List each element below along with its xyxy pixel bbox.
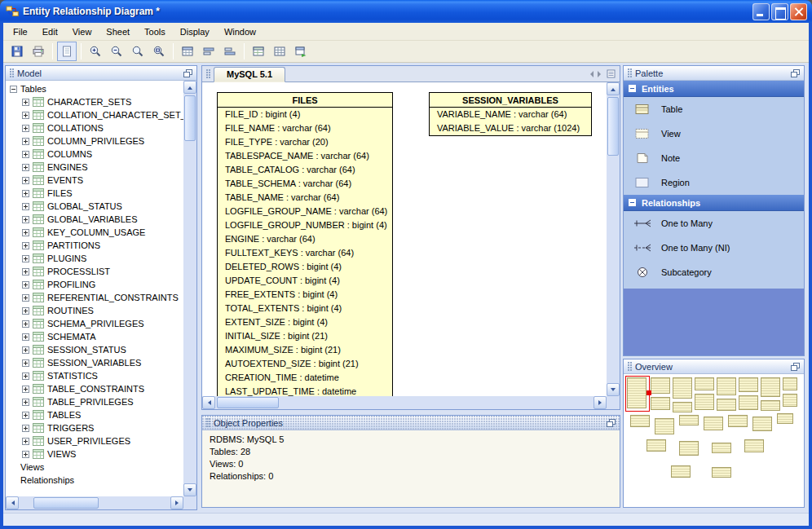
palette-section-relationships[interactable]: Relationships bbox=[624, 195, 804, 211]
overview-minimap[interactable] bbox=[624, 374, 804, 507]
tab-mysql-51[interactable]: MySQL 5.1 bbox=[214, 67, 285, 82]
menu-item[interactable]: File bbox=[6, 24, 35, 39]
tabstrip-grip[interactable] bbox=[206, 69, 210, 79]
entity-attribute[interactable]: ENGINE : varchar (64) bbox=[218, 232, 392, 246]
entity-attribute[interactable]: CREATION_TIME : datetime bbox=[218, 371, 392, 385]
palette-item-view[interactable]: View bbox=[624, 121, 804, 146]
palette-item-note[interactable]: Note bbox=[624, 146, 804, 170]
expand-icon[interactable] bbox=[22, 307, 29, 315]
tree-item-root[interactable]: Relationships bbox=[6, 474, 183, 487]
scroll-thumb[interactable] bbox=[217, 397, 279, 408]
palette-item-one-to-many-ni[interactable]: One to Many (NI) bbox=[624, 236, 804, 260]
entity-attribute[interactable]: MAXIMUM_SIZE : bigint (21) bbox=[218, 343, 392, 357]
palette-item-one-to-many[interactable]: One to Many bbox=[624, 211, 804, 236]
expand-icon[interactable] bbox=[22, 346, 29, 354]
diagram-canvas[interactable]: FILES FILE_ID : bigint (4)FILE_NAME : va… bbox=[202, 82, 607, 396]
tree-item-table[interactable]: SCHEMA_PRIVILEGES bbox=[6, 317, 183, 330]
zoom-fit-button[interactable] bbox=[149, 42, 169, 61]
entity-attribute[interactable]: AUTOEXTEND_SIZE : bigint (21) bbox=[218, 357, 392, 371]
entity-attribute[interactable]: DELETED_ROWS : bigint (4) bbox=[218, 260, 392, 274]
expand-icon[interactable] bbox=[22, 451, 29, 458]
detach-icon[interactable] bbox=[183, 68, 193, 77]
expand-icon[interactable] bbox=[22, 242, 29, 249]
scroll-track[interactable] bbox=[183, 94, 196, 483]
entity-attribute[interactable]: FREE_EXTENTS : bigint (4) bbox=[218, 288, 392, 302]
tree-item-table[interactable]: USER_PRIVILEGES bbox=[6, 434, 183, 447]
tree-item-table[interactable]: COLUMN_PRIVILEGES bbox=[6, 134, 183, 148]
model-horizontal-scrollbar[interactable] bbox=[6, 496, 183, 509]
next-diagram-icon[interactable] bbox=[598, 71, 604, 77]
palette-item-table[interactable]: Table bbox=[624, 97, 804, 121]
scroll-up-button[interactable] bbox=[607, 82, 620, 95]
entity-attribute[interactable]: FILE_ID : bigint (4) bbox=[218, 108, 392, 121]
zoom-actual-button[interactable] bbox=[128, 42, 148, 61]
tree-item-table[interactable]: COLUMNS bbox=[6, 148, 183, 161]
menu-item[interactable]: Window bbox=[217, 24, 263, 39]
entity-attribute[interactable]: VARIABLE_NAME : varchar (64) bbox=[430, 108, 591, 121]
expand-icon[interactable] bbox=[22, 190, 29, 197]
detach-icon[interactable] bbox=[790, 68, 801, 77]
detach-icon[interactable] bbox=[606, 418, 616, 427]
expand-icon[interactable] bbox=[22, 268, 29, 276]
align-vertical-button[interactable] bbox=[220, 42, 240, 61]
align-horizontal-button[interactable] bbox=[199, 42, 218, 61]
tree-item-table[interactable]: STATISTICS bbox=[6, 369, 183, 382]
tree-item-table[interactable]: ENGINES bbox=[6, 161, 183, 174]
expand-icon[interactable] bbox=[22, 151, 29, 158]
entity-attribute[interactable]: FILE_TYPE : varchar (20) bbox=[218, 135, 392, 149]
new-page-button[interactable] bbox=[57, 42, 77, 61]
scroll-thumb[interactable] bbox=[607, 97, 619, 156]
panel-grip[interactable] bbox=[628, 68, 632, 78]
entity-attribute[interactable]: TABLE_SCHEMA : varchar (64) bbox=[218, 177, 392, 191]
expand-icon[interactable] bbox=[22, 229, 29, 236]
tree-item-table[interactable]: TABLES bbox=[6, 408, 183, 421]
new-table-button[interactable] bbox=[178, 42, 197, 61]
menu-item[interactable]: Tools bbox=[137, 24, 173, 39]
entity-attribute[interactable]: LAST_UPDATE_TIME : datetime bbox=[218, 385, 392, 396]
tree-item-table[interactable]: SCHEMATA bbox=[6, 330, 183, 343]
expand-icon[interactable] bbox=[22, 359, 29, 367]
tree-item-table[interactable]: CHARACTER_SETS bbox=[6, 95, 183, 108]
canvas-horizontal-scrollbar[interactable] bbox=[202, 396, 607, 409]
tree-item-table[interactable]: PARTITIONS bbox=[6, 239, 183, 252]
expand-icon[interactable] bbox=[22, 138, 29, 145]
entity-files[interactable]: FILES FILE_ID : bigint (4)FILE_NAME : va… bbox=[217, 92, 393, 396]
tree-item-table[interactable]: SESSION_STATUS bbox=[6, 343, 183, 356]
entity-attribute[interactable]: LOGFILE_GROUP_NAME : varchar (64) bbox=[218, 205, 392, 218]
expand-icon[interactable] bbox=[22, 438, 29, 445]
scroll-track[interactable] bbox=[19, 496, 170, 509]
expand-icon[interactable] bbox=[22, 320, 29, 328]
menu-item[interactable]: Edit bbox=[35, 24, 65, 39]
scroll-track[interactable] bbox=[215, 396, 594, 409]
collapse-section-icon[interactable] bbox=[629, 85, 636, 92]
entity-attribute[interactable]: FULLTEXT_KEYS : varchar (64) bbox=[218, 246, 392, 260]
entity-attribute[interactable]: INITIAL_SIZE : bigint (21) bbox=[218, 329, 392, 343]
tree-item-table[interactable]: PROCESSLIST bbox=[6, 265, 183, 278]
canvas-vertical-scrollbar[interactable] bbox=[607, 82, 620, 396]
expand-icon[interactable] bbox=[22, 412, 29, 419]
zoom-in-button[interactable] bbox=[86, 42, 105, 61]
palette-section-entities[interactable]: Entities bbox=[624, 81, 804, 97]
scroll-down-button[interactable] bbox=[607, 383, 620, 396]
close-button[interactable] bbox=[790, 3, 807, 20]
expand-icon[interactable] bbox=[22, 125, 29, 132]
detach-icon[interactable] bbox=[790, 362, 801, 371]
tree-item-table[interactable]: VIEWS bbox=[6, 447, 183, 461]
scroll-up-button[interactable] bbox=[183, 81, 196, 94]
entity-attribute[interactable]: UPDATE_COUNT : bigint (4) bbox=[218, 274, 392, 288]
tree-item-table[interactable]: FILES bbox=[6, 187, 183, 200]
entity-session-variables[interactable]: SESSION_VARIABLES VARIABLE_NAME : varcha… bbox=[429, 92, 592, 136]
menu-item[interactable]: Display bbox=[173, 24, 217, 39]
collapse-section-icon[interactable] bbox=[629, 199, 636, 206]
scroll-thumb[interactable] bbox=[184, 95, 196, 141]
menu-item[interactable]: Sheet bbox=[99, 24, 137, 39]
entity-attribute[interactable]: FILE_NAME : varchar (64) bbox=[218, 121, 392, 135]
scroll-right-button[interactable] bbox=[594, 396, 607, 409]
palette-item-region[interactable]: Region bbox=[624, 170, 804, 195]
minimize-button[interactable] bbox=[752, 3, 770, 20]
expand-icon[interactable] bbox=[22, 425, 29, 432]
tree-item-table[interactable]: TRIGGERS bbox=[6, 421, 183, 434]
print-button[interactable] bbox=[29, 42, 48, 61]
expand-icon[interactable] bbox=[22, 216, 29, 223]
tree-item-table[interactable]: SESSION_VARIABLES bbox=[6, 356, 183, 369]
